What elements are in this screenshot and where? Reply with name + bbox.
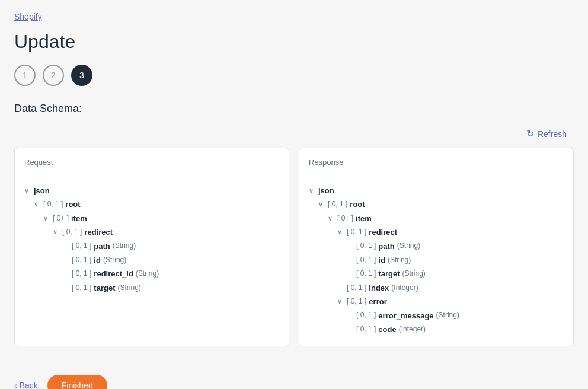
step-3-label: 3	[79, 71, 84, 80]
tree-row: [ 0, 1 ] id (String)	[309, 253, 564, 267]
chevron-icon[interactable]: ∨	[337, 227, 347, 238]
tree-row: [ 0, 1 ] id (String)	[24, 253, 279, 267]
chevron-icon[interactable]: ∨	[24, 185, 34, 197]
response-tree: ∨json∨[ 0, 1 ] root∨[ 0+ ] item∨[ 0, 1 ]…	[309, 184, 564, 336]
response-panel-header: Response	[309, 158, 564, 167]
tree-row[interactable]: ∨[ 0, 1 ] error	[309, 295, 564, 308]
node-name: json	[34, 184, 50, 197]
node-type: (Integer)	[399, 323, 426, 336]
tree-row: [ 0, 1 ] error_message (String)	[309, 309, 564, 323]
refresh-row: ↻ Refresh	[14, 125, 574, 143]
range-badge: [ 0, 1 ]	[356, 323, 376, 336]
range-badge: [ 0, 1 ]	[356, 240, 376, 253]
node-name: root	[350, 197, 365, 211]
range-badge: [ 0+ ]	[337, 212, 353, 225]
step-3[interactable]: 3	[71, 65, 92, 86]
node-type: (String)	[436, 309, 459, 322]
node-name: error	[369, 295, 386, 308]
request-tree: ∨json∨[ 0, 1 ] root∨[ 0+ ] item∨[ 0, 1 ]…	[24, 184, 279, 295]
node-name: id	[94, 253, 101, 267]
chevron-icon[interactable]: ∨	[328, 213, 337, 225]
node-name: target	[378, 267, 400, 280]
node-name: path	[378, 240, 394, 253]
node-type: (String)	[402, 267, 425, 280]
node-name: code	[378, 323, 396, 336]
range-badge: [ 0, 1 ]	[356, 309, 376, 322]
refresh-label: Refresh	[538, 129, 567, 139]
schema-label: Data Schema:	[14, 103, 574, 115]
response-divider	[309, 174, 564, 174]
chevron-icon[interactable]: ∨	[337, 296, 347, 308]
back-arrow-icon: ‹	[14, 381, 17, 389]
tree-row[interactable]: ∨[ 0+ ] item	[24, 212, 279, 225]
tree-row[interactable]: ∨json	[24, 184, 279, 197]
node-name: redirect_id	[94, 267, 133, 280]
node-type: (String)	[136, 267, 159, 280]
range-badge: [ 0, 1 ]	[356, 267, 376, 280]
node-name: path	[94, 240, 110, 253]
request-divider	[24, 174, 279, 174]
chevron-icon[interactable]: ∨	[53, 227, 62, 238]
tree-row[interactable]: ∨[ 0, 1 ] redirect	[24, 225, 279, 239]
panels-container: Request ∨json∨[ 0, 1 ] root∨[ 0+ ] item∨…	[14, 148, 574, 346]
back-label: Back	[20, 381, 38, 389]
node-name: error_message	[378, 309, 433, 323]
tree-row[interactable]: ∨[ 0, 1 ] root	[24, 197, 279, 211]
range-badge: [ 0, 1 ]	[72, 282, 91, 295]
tree-row: [ 0, 1 ] target (String)	[24, 281, 279, 295]
node-name: item	[356, 212, 372, 225]
tree-row[interactable]: ∨json	[309, 184, 564, 197]
tree-row[interactable]: ∨[ 0, 1 ] root	[309, 197, 564, 211]
node-name: redirect	[369, 225, 397, 239]
node-name: item	[71, 212, 87, 225]
range-badge: [ 0, 1 ]	[72, 254, 91, 267]
node-type: (String)	[113, 240, 136, 253]
tree-row: [ 0, 1 ] code (Integer)	[309, 323, 564, 336]
tree-row[interactable]: ∨[ 0+ ] item	[309, 212, 564, 225]
tree-row: [ 0, 1 ] path (String)	[24, 240, 279, 253]
node-name: target	[94, 281, 115, 295]
response-panel: Response ∨json∨[ 0, 1 ] root∨[ 0+ ] item…	[299, 148, 574, 346]
node-name: id	[378, 253, 385, 267]
refresh-button[interactable]: ↻ Refresh	[519, 125, 574, 143]
shopify-breadcrumb[interactable]: Shopify	[14, 12, 42, 21]
range-badge: [ 0, 1 ]	[328, 198, 347, 211]
tree-row: [ 0, 1 ] target (String)	[309, 267, 564, 280]
step-1-label: 1	[23, 71, 27, 80]
tree-row: [ 0, 1 ] index (Integer)	[309, 281, 564, 295]
range-badge: [ 0+ ]	[53, 212, 69, 225]
refresh-icon: ↻	[526, 128, 534, 139]
node-type: (String)	[103, 254, 126, 267]
node-type: (String)	[117, 282, 140, 295]
tree-row: [ 0, 1 ] path (String)	[309, 240, 564, 253]
range-badge: [ 0, 1 ]	[72, 267, 91, 280]
chevron-icon[interactable]: ∨	[43, 213, 53, 225]
tree-row[interactable]: ∨[ 0, 1 ] redirect	[309, 225, 564, 239]
node-name: index	[369, 281, 389, 295]
range-badge: [ 0, 1 ]	[347, 282, 366, 295]
node-name: json	[318, 184, 334, 197]
range-badge: [ 0, 1 ]	[347, 295, 366, 308]
range-badge: [ 0, 1 ]	[43, 198, 63, 211]
steps-container: 1 2 3	[14, 65, 574, 86]
step-2[interactable]: 2	[43, 65, 64, 86]
finished-button[interactable]: Finished	[47, 375, 107, 389]
range-badge: [ 0, 1 ]	[72, 240, 91, 253]
step-1[interactable]: 1	[14, 65, 36, 86]
request-panel-header: Request	[24, 158, 279, 167]
chevron-icon[interactable]: ∨	[309, 185, 318, 197]
page-title: Update	[14, 31, 574, 53]
back-button[interactable]: ‹ Back	[14, 381, 38, 389]
node-name: root	[65, 197, 80, 211]
node-name: redirect	[84, 225, 113, 239]
chevron-icon[interactable]: ∨	[34, 199, 43, 211]
tree-row: [ 0, 1 ] redirect_id (String)	[24, 267, 279, 280]
footer-bar: ‹ Back Finished	[14, 365, 574, 389]
node-type: (String)	[397, 240, 420, 253]
page-container: Shopify Update 1 2 3 Data Schema: ↻ Refr…	[0, 0, 588, 389]
request-panel: Request ∨json∨[ 0, 1 ] root∨[ 0+ ] item∨…	[14, 148, 289, 346]
chevron-icon[interactable]: ∨	[318, 199, 328, 211]
node-type: (Integer)	[391, 282, 418, 295]
range-badge: [ 0, 1 ]	[62, 226, 82, 239]
node-type: (String)	[388, 254, 411, 267]
